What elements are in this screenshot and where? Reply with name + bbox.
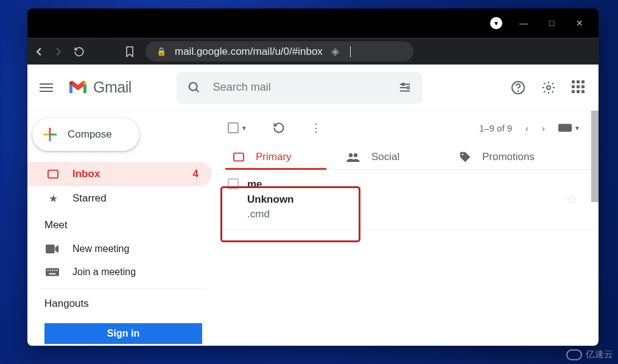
dropdown-circle-icon[interactable]: ▼ <box>490 17 502 29</box>
window-titlebar: ▼ — □ ✕ <box>27 9 599 38</box>
star-button[interactable]: ☆ <box>566 192 578 208</box>
inbox-icon <box>46 169 60 179</box>
watermark: 亿速云 <box>566 349 613 360</box>
meet-header: Meet <box>27 211 219 237</box>
search-bar[interactable] <box>177 72 423 103</box>
svg-point-21 <box>349 153 353 157</box>
settings-icon[interactable] <box>541 80 556 95</box>
svg-rect-20 <box>234 153 244 161</box>
content-area: Compose Inbox 4 ★ Starred Meet <box>27 111 599 346</box>
cloud-icon <box>566 349 582 360</box>
gmail-header: Gmail <box>27 65 599 111</box>
next-page-button[interactable]: › <box>542 123 545 133</box>
new-meeting-button[interactable]: New meeting <box>27 237 219 261</box>
main-panel: ▼ ⋮ 1–9 of 9 ‹ › ▼ <box>219 111 599 346</box>
input-mode[interactable]: ▼ <box>558 124 580 132</box>
watermark-text: 亿速云 <box>586 349 613 360</box>
keyboard-icon <box>46 268 60 276</box>
reader-mode-icon[interactable]: ◈ <box>331 45 339 58</box>
email-row[interactable]: me Unknown .cmd ☆ <box>219 170 599 230</box>
maximize-button[interactable]: □ <box>538 13 566 33</box>
signin-button[interactable]: Sign in <box>44 323 202 344</box>
svg-point-8 <box>518 90 518 91</box>
tab-promotions[interactable]: Promotions <box>446 145 559 169</box>
tab-primary[interactable]: Primary <box>219 145 332 169</box>
sidebar-item-starred[interactable]: ★ Starred <box>27 186 212 211</box>
more-button[interactable]: ⋮ <box>311 121 321 135</box>
tab-label: Primary <box>256 151 292 163</box>
browser-window: ▼ — □ ✕ 🔒 mail.google.com/mail/u/0/#inbo… <box>27 9 599 346</box>
svg-rect-19 <box>558 124 572 132</box>
svg-rect-18 <box>49 273 56 275</box>
tab-label: Promotions <box>482 151 535 163</box>
refresh-button[interactable] <box>273 122 285 134</box>
svg-rect-14 <box>49 270 51 271</box>
browser-toolbar: 🔒 mail.google.com/mail/u/0/#inbox ◈ <box>27 38 599 65</box>
svg-point-22 <box>354 153 357 157</box>
minimize-button[interactable]: — <box>510 13 538 33</box>
sidebar-item-inbox[interactable]: Inbox 4 <box>27 162 212 186</box>
search-input[interactable] <box>213 81 386 94</box>
gmail-text: Gmail <box>93 79 132 96</box>
sidebar-item-label: Starred <box>72 192 107 205</box>
video-icon <box>46 244 60 254</box>
plus-icon <box>43 128 57 141</box>
select-all[interactable]: ▼ <box>228 122 247 133</box>
svg-point-23 <box>462 154 464 156</box>
list-toolbar: ▼ ⋮ 1–9 of 9 ‹ › ▼ <box>219 111 599 145</box>
search-icon <box>188 81 201 94</box>
nav-list: Inbox 4 ★ Starred <box>27 162 219 211</box>
tab-social[interactable]: Social <box>332 145 446 169</box>
prev-page-button[interactable]: ‹ <box>525 123 528 133</box>
svg-rect-15 <box>52 270 53 271</box>
menu-icon[interactable] <box>40 83 53 92</box>
svg-rect-16 <box>54 270 55 271</box>
svg-rect-12 <box>46 268 59 276</box>
address-cursor <box>350 46 351 57</box>
pagination: 1–9 of 9 ‹ › ▼ <box>479 123 580 133</box>
inbox-count: 4 <box>193 168 198 180</box>
url-text: mail.google.com/mail/u/0/#inbox <box>175 46 323 58</box>
svg-point-9 <box>547 86 550 89</box>
page-range: 1–9 of 9 <box>479 123 512 133</box>
lock-icon: 🔒 <box>156 47 166 56</box>
back-button[interactable] <box>35 47 43 56</box>
compose-button[interactable]: Compose <box>32 118 139 151</box>
primary-tab-icon <box>233 152 245 162</box>
svg-rect-13 <box>47 270 49 271</box>
compose-label: Compose <box>68 128 112 141</box>
new-meeting-label: New meeting <box>72 243 129 254</box>
bookmark-button[interactable] <box>125 46 135 57</box>
category-tabs: Primary Social Promotions <box>219 145 599 170</box>
filter-icon[interactable] <box>398 81 412 94</box>
forward-button[interactable] <box>54 47 63 56</box>
gmail-page: Gmail Compose <box>27 65 599 346</box>
chevron-down-icon: ▼ <box>241 125 247 131</box>
svg-point-0 <box>189 82 197 90</box>
close-window-button[interactable]: ✕ <box>566 13 594 33</box>
address-bar[interactable]: 🔒 mail.google.com/mail/u/0/#inbox ◈ <box>146 41 413 61</box>
svg-rect-17 <box>56 270 57 271</box>
help-icon[interactable] <box>511 80 525 95</box>
email-attachment: .cmd <box>247 207 294 222</box>
star-icon: ★ <box>46 192 60 205</box>
header-actions <box>511 80 586 95</box>
sidebar: Compose Inbox 4 ★ Starred Meet <box>27 111 219 346</box>
hangouts-header: Hangouts <box>27 289 219 316</box>
sidebar-item-label: Inbox <box>72 168 100 180</box>
apps-icon[interactable] <box>572 80 586 95</box>
email-subject: Unknown <box>247 192 294 208</box>
email-checkbox[interactable] <box>228 178 239 189</box>
gmail-m-icon <box>68 80 88 96</box>
email-sender: me <box>247 177 294 192</box>
join-meeting-label: Join a meeting <box>72 267 136 278</box>
join-meeting-button[interactable]: Join a meeting <box>27 261 219 284</box>
reload-button[interactable] <box>74 46 85 57</box>
gmail-logo[interactable]: Gmail <box>68 79 132 96</box>
social-tab-icon <box>346 152 360 162</box>
scrollbar[interactable] <box>591 111 599 202</box>
svg-point-5 <box>407 86 409 89</box>
email-text: me Unknown .cmd <box>247 177 294 222</box>
svg-rect-11 <box>46 245 55 254</box>
svg-rect-10 <box>48 170 58 178</box>
